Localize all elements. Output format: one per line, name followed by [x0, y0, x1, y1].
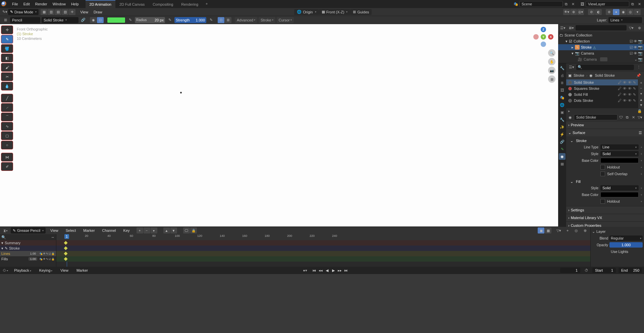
- surface-panel-header[interactable]: ⌄Surface ☰: [566, 129, 644, 136]
- show-selected-button[interactable]: ▣: [538, 227, 544, 234]
- layer-select[interactable]: Lines ▾: [608, 17, 642, 23]
- plane-side-button[interactable]: ▤: [55, 9, 61, 15]
- circle-tool[interactable]: ○: [1, 141, 13, 149]
- menu-edit[interactable]: Edit: [21, 1, 33, 7]
- basecolor-swatch[interactable]: [600, 158, 639, 163]
- status-marker-menu[interactable]: Marker: [74, 267, 91, 274]
- outliner-new-collection-icon[interactable]: ⊕: [636, 25, 643, 31]
- fill-subpanel-header[interactable]: ⌄ Fill: [568, 179, 642, 185]
- stroke-object-row[interactable]: ▸ ✎ Stroke ◬ ☑👁📷: [558, 44, 644, 50]
- snap-icon[interactable]: ⌖: [564, 227, 571, 234]
- summary-channel[interactable]: ▾Summary: [0, 240, 56, 246]
- lock-icon[interactable]: 🔒: [637, 109, 642, 113]
- editor-type-icon[interactable]: ✎▾: [1, 9, 8, 15]
- fill-style-dropdown[interactable]: Solid▾: [600, 185, 639, 191]
- outliner-search-input[interactable]: [576, 25, 627, 30]
- show-hidden-button[interactable]: ▦: [545, 227, 551, 234]
- tab-world[interactable]: 🌐: [559, 102, 566, 108]
- lines-channel[interactable]: Lines 1.00 🎭👁✎☑🔒: [0, 251, 56, 256]
- pin-icon[interactable]: 📌: [635, 72, 642, 78]
- dopesheet-mode[interactable]: ✎ Grease Pencil ▾: [11, 227, 46, 234]
- move-down-button[interactable]: ▼: [639, 103, 644, 107]
- outliner-type-icon[interactable]: ☰▾: [559, 25, 566, 31]
- material-slot-0[interactable]: Solid Stroke 🖊👁👁✎: [566, 79, 638, 85]
- autokey-icon[interactable]: ⊞: [225, 17, 231, 23]
- interpolate-tool[interactable]: ⋈: [1, 153, 13, 161]
- disclosure-icon[interactable]: ▾: [566, 39, 568, 44]
- workspace-rendering[interactable]: Rendering: [177, 0, 202, 8]
- plane-view-button[interactable]: ▦: [41, 9, 47, 15]
- collection-row[interactable]: ▾ ☑ Collection ☑👁📷: [558, 38, 644, 44]
- hide-icon[interactable]: 👁: [634, 39, 637, 44]
- material-slot-2[interactable]: Solid Fill 🖊👁👁✎: [566, 91, 638, 97]
- material-select[interactable]: Solid Stroke ▾: [42, 17, 78, 23]
- radius-field[interactable]: Radius 20 px: [135, 17, 165, 23]
- current-frame-field[interactable]: 1: [560, 268, 580, 273]
- workspace-2d-full-canvas[interactable]: 2D Full Canvas: [115, 0, 149, 8]
- line-tool[interactable]: ╱: [1, 94, 13, 103]
- mode-selector[interactable]: ✎ Draw Mode ▾: [8, 9, 39, 15]
- front-dropdown[interactable]: ▦ Front (X-Z) ▾: [319, 9, 351, 15]
- origin-dropdown[interactable]: 🌐 Origin ▾: [294, 9, 319, 15]
- tab-object[interactable]: ▣: [559, 109, 566, 116]
- radius-pressure-icon[interactable]: ✎: [166, 17, 173, 23]
- camera-data-row[interactable]: 🎥 Camera ⌄📷: [558, 56, 644, 62]
- keyframe-fills[interactable]: [64, 257, 67, 261]
- camera-icon[interactable]: 📷: [548, 67, 555, 74]
- keyframe-summary[interactable]: [64, 241, 67, 245]
- tab-viewlayer[interactable]: 🖼: [559, 87, 566, 93]
- delete-scene-icon[interactable]: ✕: [570, 1, 576, 7]
- overlay-toggle[interactable]: ◎▾: [577, 9, 584, 15]
- fill-holdout-checkbox[interactable]: [600, 199, 605, 204]
- remove-layer-button[interactable]: −: [144, 227, 150, 234]
- timeline-ruler[interactable]: 1 20 40 60 80 100 120 140 160 180 200 22…: [56, 234, 590, 240]
- advanced-dropdown[interactable]: Advanced▾: [235, 17, 257, 23]
- tab-tool[interactable]: 🔧: [559, 65, 566, 71]
- material-browse-icon[interactable]: ◉: [568, 114, 573, 120]
- cursor-dropdown[interactable]: Cursor▾: [277, 17, 294, 23]
- fake-user-icon[interactable]: 🛡: [618, 114, 624, 120]
- fills-opacity[interactable]: 1.00: [29, 257, 37, 261]
- cam-hide-icon[interactable]: ⌄: [634, 57, 637, 62]
- pan-icon[interactable]: ✋: [548, 58, 555, 65]
- ds-key-menu[interactable]: Key: [121, 227, 132, 234]
- workspace-compositing[interactable]: Compositing: [149, 0, 177, 8]
- cam-disable-icon[interactable]: 📷: [638, 57, 643, 62]
- material-slot-1[interactable]: Squares Stroke 🖊👁👁✎: [566, 85, 638, 91]
- eyedropper-tool[interactable]: 💧: [1, 82, 13, 90]
- tab-scene[interactable]: 🎭: [559, 94, 566, 101]
- list-icon[interactable]: ☰: [639, 131, 642, 135]
- properties-type-icon[interactable]: ☰▾: [568, 64, 575, 70]
- lock-button[interactable]: 🔒: [190, 227, 197, 234]
- tab-effects[interactable]: ✨: [559, 124, 566, 130]
- gizmo-z-axis[interactable]: Z: [541, 27, 546, 32]
- stroke-subpanel-header[interactable]: ⌄ Stroke: [568, 138, 642, 144]
- prev-keyframe-button[interactable]: ◂◂: [318, 268, 324, 273]
- holdout-checkbox[interactable]: [600, 165, 605, 170]
- ds-view-menu[interactable]: View: [48, 227, 61, 234]
- hide-icon[interactable]: 👁: [634, 45, 637, 50]
- material-menu-button[interactable]: ▾: [639, 91, 644, 96]
- keyframe-lines[interactable]: [64, 252, 67, 255]
- gizmo-x-axis[interactable]: X: [548, 34, 553, 40]
- tab-material[interactable]: ◉: [559, 153, 566, 160]
- proportional-icon[interactable]: ◎: [573, 227, 580, 234]
- layer-move-up[interactable]: ▲: [163, 227, 170, 234]
- menu-render[interactable]: Render: [33, 1, 50, 7]
- outliner-filter-icon[interactable]: ▽▾: [628, 25, 635, 31]
- filter-icon[interactable]: ▽▾: [555, 227, 562, 234]
- keyframe-stroke[interactable]: [64, 246, 67, 250]
- channels-filter-icon[interactable]: ↔: [51, 235, 55, 239]
- eyedropper-icon[interactable]: ✎: [127, 17, 133, 23]
- scene-browse-icon[interactable]: 🎭: [513, 1, 519, 7]
- gizmo-x-neg[interactable]: [533, 34, 539, 40]
- disable-icon[interactable]: 📷: [638, 39, 643, 44]
- disable-icon[interactable]: 📷: [638, 51, 643, 56]
- plane-cursor-button[interactable]: ✛: [69, 9, 75, 15]
- play-button[interactable]: ▶: [330, 268, 336, 273]
- fills-channel[interactable]: Fills 1.00 🎭👁✎☑🔒: [0, 256, 56, 262]
- gizmo-z-neg[interactable]: [541, 42, 546, 47]
- draw-menu[interactable]: Draw: [91, 9, 105, 15]
- breadcrumb-material[interactable]: Solid Stroke: [595, 73, 614, 77]
- shading-options[interactable]: ▾: [634, 9, 641, 15]
